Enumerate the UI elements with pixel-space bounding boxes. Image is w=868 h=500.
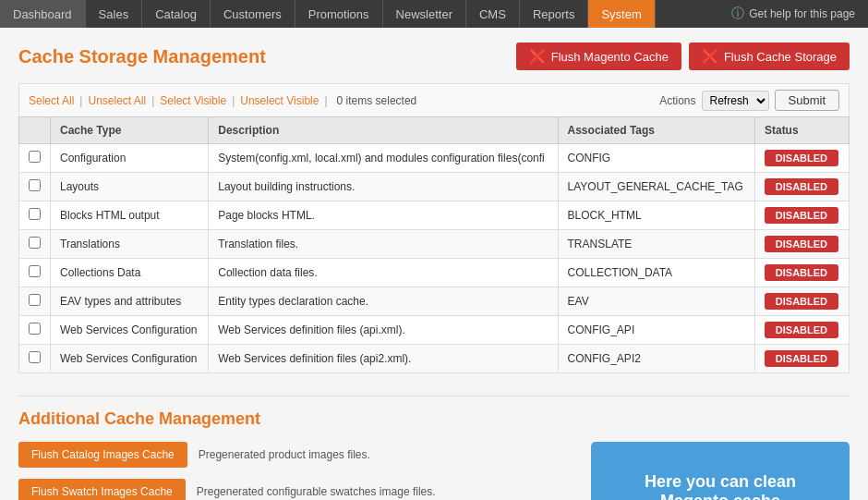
tags-cell: CONFIG [558, 144, 754, 173]
tags-cell: BLOCK_HTML [558, 201, 754, 230]
tags-cell: CONFIG_API2 [558, 345, 754, 373]
row-checkbox[interactable] [19, 259, 51, 287]
table-row: Configuration System(config.xml, local.x… [19, 144, 850, 173]
top-navigation: Dashboard Sales Catalog Customers Promot… [0, 0, 868, 28]
col-description: Description [209, 117, 558, 144]
page-content: Cache Storage Management ❌ Flush Magento… [0, 28, 868, 500]
cache-type-cell: Blocks HTML output [51, 201, 209, 230]
flush-cache-storage-button[interactable]: ❌ Flush Cache Storage [689, 43, 850, 70]
cache-table: Cache Type Description Associated Tags S… [18, 116, 850, 373]
table-row: Layouts Layout building instructions. LA… [19, 173, 850, 201]
row-checkbox[interactable] [19, 173, 51, 201]
additional-body: Flush Catalog Images Cache Pregenerated … [18, 442, 850, 500]
nav-item-dashboard[interactable]: Dashboard [0, 0, 86, 28]
status-badge: DISABLED [765, 264, 838, 281]
cache-type-cell: Web Services Configuration [51, 316, 209, 345]
flush-buttons-container: Flush Catalog Images Cache Pregenerated … [18, 442, 573, 500]
unselect-visible-link[interactable]: Unselect Visible [240, 94, 319, 107]
nav-item-sales[interactable]: Sales [86, 0, 143, 28]
flush-row: Flush Swatch Images Cache Pregenerated c… [18, 479, 573, 500]
status-badge: DISABLED [765, 350, 838, 367]
table-row: Collections Data Collection data files. … [19, 259, 850, 287]
status-badge: DISABLED [765, 236, 838, 252]
nav-item-reports[interactable]: Reports [520, 0, 589, 28]
status-cell: DISABLED [754, 259, 849, 287]
col-checkbox [19, 117, 51, 144]
status-cell: DISABLED [754, 201, 849, 230]
flush-description: Pregenerated product images files. [199, 448, 370, 461]
status-cell: DISABLED [754, 173, 849, 201]
table-row: Web Services Configuration Web Services … [19, 316, 850, 345]
row-checkbox[interactable] [19, 345, 51, 373]
additional-cache-section: Additional Cache Management Flush Catalo… [18, 396, 850, 500]
section-header: Cache Storage Management ❌ Flush Magento… [18, 43, 850, 70]
actions-label: Actions [659, 94, 695, 107]
flush-button[interactable]: Flush Catalog Images Cache [18, 442, 187, 468]
description-cell: Web Services definition files (api2.xml)… [209, 345, 558, 373]
cancel-icon: ❌ [529, 48, 547, 65]
status-badge: DISABLED [765, 150, 838, 166]
flush-description: Pregenerated configurable swatches image… [197, 485, 436, 498]
help-icon: ⓘ [731, 6, 744, 22]
help-link[interactable]: ⓘ Get help for this page [718, 0, 868, 28]
status-cell: DISABLED [754, 287, 849, 316]
row-checkbox[interactable] [19, 287, 51, 316]
table-row: Blocks HTML output Page blocks HTML. BLO… [19, 201, 850, 230]
flush-button[interactable]: Flush Swatch Images Cache [18, 479, 186, 500]
nav-item-promotions[interactable]: Promotions [295, 0, 383, 28]
select-visible-link[interactable]: Select Visible [160, 94, 226, 107]
page-title: Cache Storage Management [18, 46, 266, 67]
cache-type-cell: Web Services Configuration [51, 345, 209, 373]
row-checkbox[interactable] [19, 201, 51, 230]
status-badge: DISABLED [765, 293, 838, 310]
description-cell: Web Services definition files (api.xml). [209, 316, 558, 345]
nav-item-customers[interactable]: Customers [211, 0, 295, 28]
description-cell: Collection data files. [209, 259, 558, 287]
promo-text: Here you can clean Magento cache [609, 472, 831, 500]
status-cell: DISABLED [754, 144, 849, 173]
tags-cell: EAV [558, 287, 754, 316]
col-status: Status [754, 117, 849, 144]
tags-cell: CONFIG_API [558, 316, 754, 345]
status-badge: DISABLED [765, 178, 838, 195]
table-row: EAV types and attributes Entity types de… [19, 287, 850, 316]
description-cell: Entity types declaration cache. [209, 287, 558, 316]
description-cell: Translation files. [209, 230, 558, 259]
description-cell: Layout building instructions. [209, 173, 558, 201]
promo-box: Here you can clean Magento cache [591, 442, 850, 500]
row-checkbox[interactable] [19, 230, 51, 259]
cache-type-cell: Translations [51, 230, 209, 259]
additional-title: Additional Cache Management [18, 396, 850, 429]
flush-row: Flush Catalog Images Cache Pregenerated … [18, 442, 573, 468]
nav-item-cms[interactable]: CMS [466, 0, 520, 28]
actions-select[interactable]: Refresh [702, 91, 769, 111]
cache-type-cell: EAV types and attributes [51, 287, 209, 316]
table-toolbar: Select All | Unselect All | Select Visib… [18, 83, 850, 116]
col-associated-tags: Associated Tags [558, 117, 754, 144]
cache-type-cell: Configuration [51, 144, 209, 173]
tags-cell: TRANSLATE [558, 230, 754, 259]
row-checkbox[interactable] [19, 144, 51, 173]
items-selected-count: 0 items selected [337, 94, 417, 107]
row-checkbox[interactable] [19, 316, 51, 345]
select-all-link[interactable]: Select All [29, 94, 74, 107]
description-cell: System(config.xml, local.xml) and module… [209, 144, 558, 173]
header-buttons: ❌ Flush Magento Cache ❌ Flush Cache Stor… [516, 43, 850, 70]
tags-cell: LAYOUT_GENERAL_CACHE_TAG [558, 173, 754, 201]
cache-type-cell: Collections Data [51, 259, 209, 287]
status-cell: DISABLED [754, 230, 849, 259]
nav-item-system[interactable]: System [588, 0, 655, 28]
flush-magento-cache-button[interactable]: ❌ Flush Magento Cache [516, 43, 681, 70]
unselect-all-link[interactable]: Unselect All [88, 94, 146, 107]
description-cell: Page blocks HTML. [209, 201, 558, 230]
submit-button[interactable]: Submit [775, 90, 839, 111]
status-badge: DISABLED [765, 322, 838, 338]
nav-item-catalog[interactable]: Catalog [142, 0, 211, 28]
table-row: Translations Translation files. TRANSLAT… [19, 230, 850, 259]
col-cache-type: Cache Type [51, 117, 209, 144]
status-badge: DISABLED [765, 207, 838, 224]
nav-item-newsletter[interactable]: Newsletter [383, 0, 466, 28]
table-row: Web Services Configuration Web Services … [19, 345, 850, 373]
cancel-icon-2: ❌ [702, 48, 719, 65]
toolbar-actions: Actions Refresh Submit [659, 90, 839, 111]
